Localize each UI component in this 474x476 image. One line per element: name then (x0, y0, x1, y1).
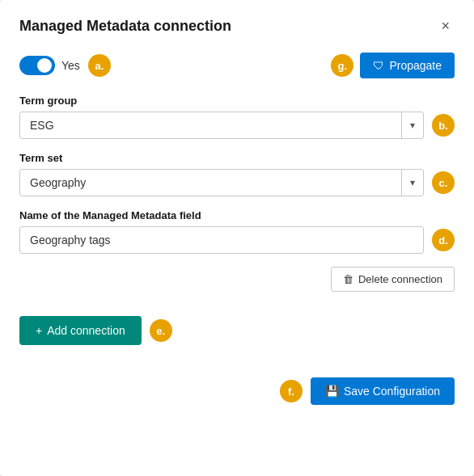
propagate-button[interactable]: 🛡 Propagate (360, 53, 455, 78)
dialog-title: Managed Metadata connection (19, 18, 231, 35)
delete-connection-button[interactable]: 🗑 Delete connection (331, 267, 455, 292)
top-row: Yes a. g. 🛡 Propagate (19, 53, 455, 78)
add-btn-label: Add connection (47, 324, 125, 337)
badge-d: d. (432, 229, 455, 251)
term-set-select-wrapper: Geography ▾ (19, 169, 424, 196)
term-group-select[interactable]: ESG (20, 112, 401, 138)
add-connection-button[interactable]: + Add connection (19, 316, 142, 345)
metadata-field-row: d. (19, 226, 455, 254)
save-row: f. 💾 Save Configuration (19, 377, 455, 405)
add-connection-row: + Add connection e. (19, 316, 455, 345)
term-set-label: Term set (19, 152, 455, 164)
left-controls: Yes a. (19, 54, 111, 77)
save-icon: 💾 (325, 385, 339, 398)
metadata-field-group: Name of the Managed Metadata field d. (19, 209, 455, 254)
metadata-field-input[interactable] (19, 226, 424, 254)
propagate-label: Propagate (389, 59, 442, 72)
badge-f: f. (280, 380, 303, 402)
badge-g: g. (331, 54, 353, 77)
close-button[interactable]: × (436, 16, 455, 36)
term-group-label: Term group (19, 95, 455, 107)
term-set-row: Geography ▾ c. (19, 169, 455, 196)
trash-icon: 🗑 (343, 273, 353, 285)
chevron-down-icon-2: ▾ (402, 177, 423, 188)
right-controls: g. 🛡 Propagate (331, 53, 455, 78)
chevron-down-icon: ▾ (402, 120, 423, 131)
badge-e: e. (150, 319, 172, 342)
term-group-field: Term group ESG ▾ b. (19, 95, 455, 139)
metadata-field-label: Name of the Managed Metadata field (19, 209, 455, 221)
term-set-field: Term set Geography ▾ c. (19, 152, 455, 196)
badge-a: a. (88, 54, 111, 77)
dialog: Managed Metadata connection × Yes a. g. … (0, 0, 474, 476)
toggle-label: Yes (61, 59, 80, 72)
term-group-select-wrapper: ESG ▾ (19, 112, 424, 139)
toggle-slider (19, 56, 55, 75)
delete-btn-label: Delete connection (358, 273, 442, 285)
badge-c: c. (432, 171, 455, 194)
delete-row: 🗑 Delete connection (19, 267, 455, 292)
save-configuration-button[interactable]: 💾 Save Configuration (311, 377, 455, 405)
save-btn-label: Save Configuration (344, 385, 440, 398)
propagate-icon: 🛡 (373, 59, 384, 72)
term-group-row: ESG ▾ b. (19, 112, 455, 139)
plus-icon: + (36, 324, 42, 337)
badge-b: b. (432, 114, 455, 137)
toggle-container: Yes (19, 56, 80, 75)
term-set-select[interactable]: Geography (20, 170, 401, 196)
toggle-switch[interactable] (19, 56, 55, 75)
dialog-header: Managed Metadata connection × (19, 16, 455, 36)
